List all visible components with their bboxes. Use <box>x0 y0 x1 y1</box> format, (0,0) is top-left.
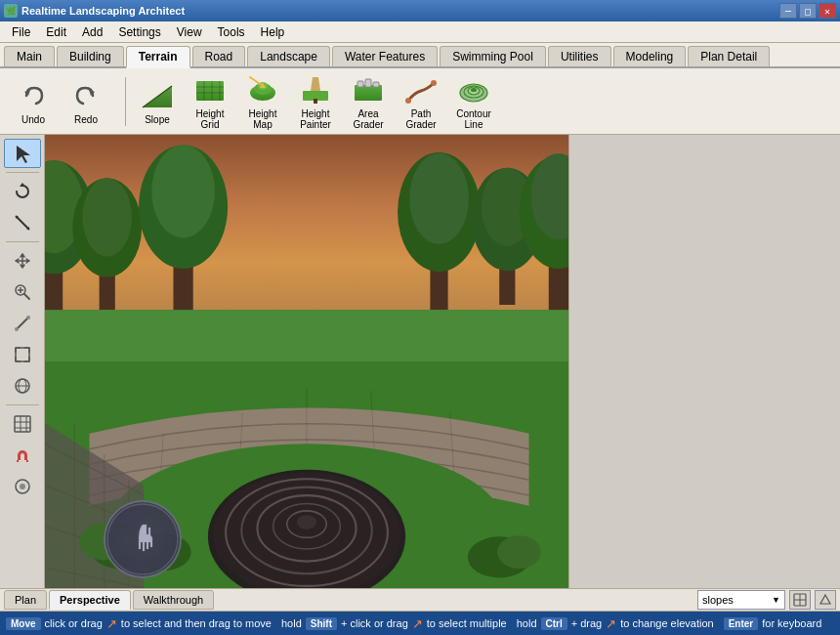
status-text-2: to select and then drag to move <box>121 617 272 629</box>
measure-tool[interactable] <box>4 309 41 338</box>
pan-tool[interactable] <box>4 246 41 275</box>
menu-tools[interactable]: Tools <box>210 23 253 41</box>
svg-line-37 <box>17 318 28 329</box>
left-toolbar <box>0 135 45 588</box>
svg-point-97 <box>497 535 540 569</box>
select-tool[interactable] <box>4 139 41 168</box>
menu-help[interactable]: Help <box>253 23 293 41</box>
slope-icon <box>140 77 175 112</box>
status-text-7: + drag <box>571 617 603 629</box>
app-title: Realtime Landscaping Architect <box>21 5 185 17</box>
svg-point-52 <box>20 484 25 489</box>
redo-button[interactable]: Redo <box>61 74 111 129</box>
close-button[interactable]: ✕ <box>819 3 836 19</box>
svg-line-34 <box>24 294 29 299</box>
maximize-button[interactable]: □ <box>799 3 817 19</box>
tab-plan-detail[interactable]: Plan Detail <box>688 46 770 66</box>
path-grader-icon <box>403 73 439 106</box>
status-arrow-1: ↗ <box>106 616 117 631</box>
view-tab-plan[interactable]: Plan <box>4 590 47 610</box>
rotate-tool[interactable] <box>4 177 41 206</box>
status-text-6: hold <box>517 617 537 629</box>
view-3d-tool[interactable] <box>4 371 41 401</box>
tab-building[interactable]: Building <box>57 46 124 66</box>
tab-road[interactable]: Road <box>192 46 246 66</box>
height-grid-icon <box>192 73 228 106</box>
tab-main[interactable]: Main <box>4 46 55 66</box>
zoom-tool[interactable] <box>4 277 41 307</box>
area-grader-button[interactable]: Area Grader <box>343 74 394 129</box>
contour-line-button[interactable]: Contour Line <box>448 74 499 129</box>
menu-edit[interactable]: Edit <box>38 23 74 41</box>
svg-point-64 <box>409 153 469 244</box>
svg-rect-20 <box>373 82 379 87</box>
slopes-dropdown[interactable]: slopes ▼ <box>697 590 785 610</box>
minimize-button[interactable]: ─ <box>779 3 797 19</box>
viewport-3d[interactable] <box>45 135 568 588</box>
view-tab-perspective[interactable]: Perspective <box>49 590 131 610</box>
tab-terrain[interactable]: Terrain <box>126 46 190 68</box>
shift-key: Shift <box>306 617 337 630</box>
menu-file[interactable]: File <box>4 23 38 41</box>
view-btn-1[interactable] <box>789 590 811 610</box>
undo-redo-group: Undo Redo <box>8 74 111 129</box>
grid-tool[interactable] <box>4 409 41 439</box>
bottom-tabs-bar: Plan Perspective Walkthrough slopes ▼ <box>0 588 840 612</box>
redo-icon <box>68 77 104 112</box>
app-icon: 🌿 <box>4 4 18 18</box>
ctrl-key: Ctrl <box>541 617 567 630</box>
status-text-5: to select multiple <box>427 617 507 629</box>
tab-utilities[interactable]: Utilities <box>548 46 611 66</box>
status-text-4: + click or drag <box>341 617 408 629</box>
tabbar: Main Building Terrain Road Landscape Wat… <box>0 43 840 68</box>
view-controls-right: slopes ▼ <box>697 590 836 610</box>
undo-icon <box>16 77 51 112</box>
statusbar: Move click or drag ↗ to select and then … <box>0 612 840 635</box>
height-map-icon <box>245 73 280 106</box>
svg-point-86 <box>297 515 316 529</box>
svg-point-58 <box>82 178 132 256</box>
tab-landscape[interactable]: Landscape <box>247 46 330 66</box>
tab-water-features[interactable]: Water Features <box>332 46 438 66</box>
status-text-9: for keyboard <box>762 617 821 629</box>
svg-rect-19 <box>365 79 371 87</box>
fullscreen-tool[interactable] <box>4 340 41 369</box>
svg-rect-72 <box>45 310 568 361</box>
left-sep-1 <box>6 172 39 173</box>
slope-button[interactable]: Slope <box>132 74 183 129</box>
titlebar-left: 🌿 Realtime Landscaping Architect <box>4 4 185 18</box>
menu-settings[interactable]: Settings <box>110 23 168 41</box>
enter-key: Enter <box>724 617 759 630</box>
menu-add[interactable]: Add <box>74 23 110 41</box>
menubar: File Edit Add Settings View Tools Help <box>0 21 840 43</box>
magnet-tool[interactable] <box>4 441 41 470</box>
svg-line-13 <box>250 77 263 86</box>
svg-rect-18 <box>357 81 363 87</box>
left-sep-3 <box>6 404 39 405</box>
titlebar-controls: ─ □ ✕ <box>779 3 836 19</box>
resize-tool[interactable] <box>4 208 41 237</box>
path-grader-button[interactable]: Path Grader <box>396 74 446 129</box>
dropdown-arrow: ▼ <box>772 595 780 605</box>
svg-point-27 <box>471 88 477 92</box>
svg-marker-28 <box>17 146 30 163</box>
menu-view[interactable]: View <box>169 23 210 41</box>
svg-point-39 <box>26 316 30 319</box>
scene-3d <box>45 135 568 588</box>
view-tab-walkthrough[interactable]: Walkthrough <box>133 590 214 610</box>
status-text-3: hold <box>281 617 302 629</box>
status-text-8: to change elevation <box>620 617 713 629</box>
status-arrow-2: ↗ <box>412 616 423 631</box>
nav-compass[interactable] <box>104 500 182 578</box>
svg-rect-44 <box>15 416 30 432</box>
tab-modeling[interactable]: Modeling <box>613 46 687 66</box>
svg-point-61 <box>151 146 215 238</box>
tab-swimming-pool[interactable]: Swimming Pool <box>440 46 546 66</box>
height-grid-button[interactable]: Height Grid <box>185 74 235 129</box>
height-map-button[interactable]: Height Map <box>237 74 288 129</box>
move-key: Move <box>6 617 41 630</box>
view-btn-2[interactable] <box>815 590 836 610</box>
extra-tool[interactable] <box>4 472 41 501</box>
height-painter-button[interactable]: Height Painter <box>290 74 341 129</box>
undo-button[interactable]: Undo <box>8 74 59 129</box>
